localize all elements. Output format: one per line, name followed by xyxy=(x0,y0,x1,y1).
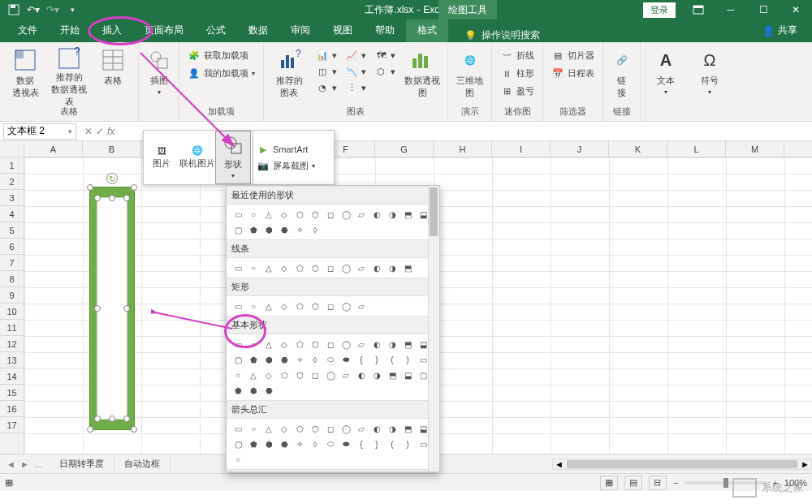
tab-data[interactable]: 数据 xyxy=(237,19,279,42)
get-addins-button[interactable]: 🧩获取加载项 xyxy=(184,47,258,63)
shape-option[interactable]: ◑ xyxy=(386,261,399,274)
row-header[interactable]: 7 xyxy=(0,255,24,271)
shape-option[interactable]: ▭ xyxy=(231,422,244,435)
shape-option[interactable]: ▱ xyxy=(355,338,368,351)
shape-option[interactable]: ◐ xyxy=(370,422,383,435)
shape-option[interactable]: ○ xyxy=(247,299,260,312)
shape-option[interactable]: ⬠ xyxy=(293,338,306,351)
sheet-tab[interactable]: 自动边框 xyxy=(114,454,171,473)
recommended-pivot-button[interactable]: ?推荐的 数据透视表 xyxy=(49,47,89,106)
shape-option[interactable]: ◻ xyxy=(324,422,337,435)
shape-option[interactable]: ◯ xyxy=(339,422,352,435)
row-header[interactable]: 4 xyxy=(0,206,24,222)
shape-option[interactable]: ◇ xyxy=(278,208,291,221)
tell-me-search[interactable]: 💡 操作说明搜索 xyxy=(464,28,540,42)
shape-option[interactable]: ⬠ xyxy=(293,261,306,274)
illustrations-button[interactable]: 插图▾ xyxy=(144,47,174,106)
shape-option[interactable]: △ xyxy=(247,368,260,381)
shape-option[interactable]: ⬣ xyxy=(278,223,291,236)
pivot-table-button[interactable]: 数据 透视表 xyxy=(5,47,45,106)
shape-option[interactable]: ▱ xyxy=(355,261,368,274)
col-header[interactable]: A xyxy=(24,141,83,157)
row-header[interactable]: 13 xyxy=(0,352,24,368)
chart-type-button[interactable]: ◫▾ xyxy=(313,63,340,80)
row-header[interactable]: 16 xyxy=(0,401,24,417)
scrollbar[interactable] xyxy=(428,186,439,472)
resize-handle[interactable] xyxy=(94,195,101,201)
tab-format[interactable]: 格式 xyxy=(406,19,448,42)
normal-view-button[interactable]: ▦ xyxy=(600,476,618,490)
shape-option[interactable]: ○ xyxy=(247,422,260,435)
link-button[interactable]: 🔗链 接 xyxy=(608,47,635,106)
select-all-corner[interactable] xyxy=(0,141,24,157)
shape-option[interactable]: ⬡ xyxy=(309,422,322,435)
shape-option[interactable]: ▭ xyxy=(231,261,244,274)
shape-option[interactable]: ⬬ xyxy=(339,437,352,450)
row-header[interactable]: 14 xyxy=(0,368,24,385)
save-icon[interactable] xyxy=(6,2,21,17)
shape-option[interactable]: ⬢ xyxy=(247,384,260,397)
shape-option[interactable]: ⬭ xyxy=(324,437,337,450)
shape-option[interactable]: ⬟ xyxy=(231,384,244,397)
shape-option[interactable]: ⬡ xyxy=(309,338,322,351)
sheet-nav-prev-icon[interactable]: ◄ xyxy=(6,459,15,469)
row-header[interactable]: 5 xyxy=(0,222,24,239)
shape-option[interactable]: ◊ xyxy=(309,353,322,366)
shape-option[interactable]: ⬢ xyxy=(262,353,275,366)
shape-option[interactable]: ▱ xyxy=(339,368,352,381)
chart-type-button[interactable]: 📈▾ xyxy=(342,47,369,63)
sparkline-column-button[interactable]: ⫼柱形 xyxy=(497,65,538,81)
shape-option[interactable]: ⬬ xyxy=(339,353,352,366)
shape-option[interactable]: ⬭ xyxy=(324,353,337,366)
row-header[interactable]: 8 xyxy=(0,271,24,287)
shape-option[interactable]: ◐ xyxy=(355,368,368,381)
shape-option[interactable]: ⬡ xyxy=(309,208,322,221)
shape-option[interactable]: ◑ xyxy=(386,338,399,351)
pivot-chart-button[interactable]: 数据透视图 xyxy=(402,47,443,106)
inner-textbox-shape[interactable] xyxy=(97,197,127,420)
shape-option[interactable]: ◊ xyxy=(309,437,322,450)
row-header[interactable]: 12 xyxy=(0,336,24,352)
table-button[interactable]: 表格 xyxy=(93,47,133,106)
row-header[interactable]: 9 xyxy=(0,287,24,304)
shape-option[interactable]: ◇ xyxy=(262,368,275,381)
shape-option[interactable]: ⬟ xyxy=(247,353,260,366)
shape-option[interactable]: ◯ xyxy=(339,261,352,274)
shape-option[interactable]: ◑ xyxy=(386,208,399,221)
shape-option[interactable]: ⟡ xyxy=(293,437,306,450)
resize-handle[interactable] xyxy=(123,416,130,422)
shape-option[interactable]: △ xyxy=(262,208,275,221)
tab-review[interactable]: 审阅 xyxy=(279,19,322,42)
shape-option[interactable]: ⬠ xyxy=(293,422,306,435)
shape-option[interactable]: ⬟ xyxy=(247,437,260,450)
tab-view[interactable]: 视图 xyxy=(322,19,364,42)
redo-icon[interactable]: ↷▾ xyxy=(45,2,60,17)
shape-option[interactable]: ◯ xyxy=(324,368,337,381)
3d-map-button[interactable]: 🌐三维地 图 xyxy=(453,47,486,106)
text-button[interactable]: A文本▾ xyxy=(646,47,686,106)
shape-option[interactable]: ◇ xyxy=(278,338,291,351)
resize-handle[interactable] xyxy=(123,195,130,201)
sheet-nav-next-icon[interactable]: ► xyxy=(20,459,29,469)
col-header[interactable]: K xyxy=(609,141,667,157)
shape-option[interactable]: ◑ xyxy=(386,422,399,435)
row-header[interactable]: 1 xyxy=(0,157,24,174)
chart-type-button[interactable]: ◔▾ xyxy=(313,80,340,96)
shape-option[interactable]: ⬒ xyxy=(401,422,414,435)
chart-type-button[interactable]: 🗺▾ xyxy=(371,47,399,63)
page-layout-view-button[interactable]: ▤ xyxy=(624,476,642,490)
sparkline-winloss-button[interactable]: ⊞盈亏 xyxy=(497,83,538,99)
resize-handle[interactable] xyxy=(87,184,93,191)
chart-type-button[interactable]: 📉▾ xyxy=(342,63,369,80)
shape-option[interactable]: ⬣ xyxy=(262,384,275,397)
ribbon-display-icon[interactable] xyxy=(682,0,715,19)
shape-option[interactable]: ( xyxy=(386,437,399,450)
online-pictures-button[interactable]: 🌐联机图片 xyxy=(179,131,215,184)
resize-handle[interactable] xyxy=(94,416,101,422)
symbol-button[interactable]: Ω符号▾ xyxy=(689,47,730,106)
resize-handle[interactable] xyxy=(131,426,137,433)
shape-option[interactable]: ▢ xyxy=(231,437,244,450)
resize-handle[interactable] xyxy=(131,184,137,191)
share-button[interactable]: 👤 共享 xyxy=(754,19,806,42)
shape-option[interactable]: ⬠ xyxy=(293,299,306,312)
